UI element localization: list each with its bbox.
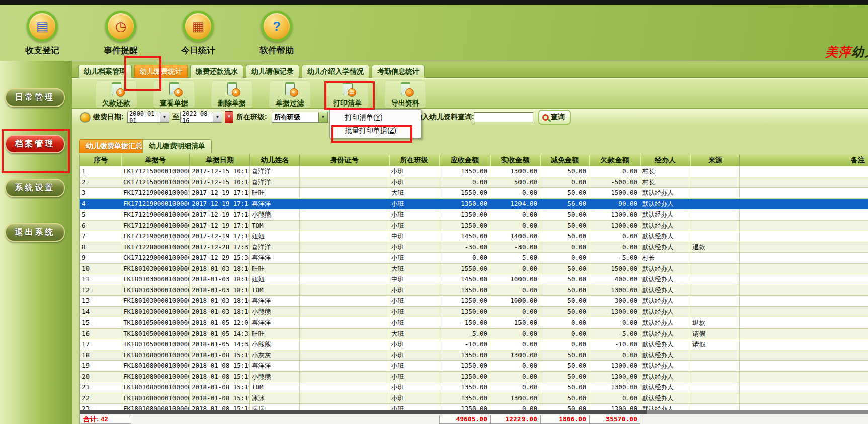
- date-from-dropdown-icon[interactable]: ▼: [160, 112, 169, 122]
- search-button[interactable]: 查询: [538, 110, 571, 125]
- receipt-export-icon: →: [401, 82, 410, 95]
- column-header-11[interactable]: 经办人: [640, 154, 690, 166]
- cell-欠款金额: 0.00: [589, 231, 640, 242]
- column-header-12[interactable]: 来源: [690, 154, 740, 166]
- cell-欠款金额: 1500.00: [589, 264, 640, 275]
- class-combo[interactable]: 所有班级▼: [272, 109, 328, 126]
- class-dropdown-icon[interactable]: ▼: [318, 112, 327, 122]
- table-row[interactable]: 18FK180108000010000092018-01-08 15:19:59…: [80, 350, 868, 361]
- cell-备注: [740, 317, 868, 329]
- cell-单据日期: 2018-01-08 15:19:59: [190, 393, 250, 404]
- cell-经办人: 默认经办人: [640, 285, 690, 296]
- top-toolbar-button-4[interactable]: ?软件帮助: [248, 11, 305, 56]
- table-row[interactable]: 19FK180108000010000012018-01-08 15:19:59…: [80, 361, 868, 372]
- table-row[interactable]: 11FK180103000010000052018-01-03 18:10:41…: [80, 274, 868, 285]
- receipt-print-icon-badge: ▤: [348, 88, 356, 97]
- cell-幼儿姓名: TOM: [250, 285, 300, 296]
- cell-减免金额: 50.00: [540, 404, 589, 410]
- tab-3[interactable]: 缴费还款流水: [190, 65, 243, 78]
- column-header-3[interactable]: 单据日期: [190, 154, 250, 166]
- cell-来源: [690, 350, 740, 361]
- sidebar-item-3[interactable]: 系统设置: [5, 179, 65, 197]
- date-from-combo[interactable]: 2000-01-01▼: [127, 109, 169, 126]
- cell-幼儿姓名: TOM: [250, 382, 300, 393]
- subtab-2[interactable]: 幼儿缴费明细清单: [142, 139, 212, 153]
- column-header-10[interactable]: 欠款金额: [589, 154, 640, 166]
- table-row[interactable]: 2CK171215000010000012017-12-15 10:14:43喜…: [80, 177, 868, 188]
- cell-单据日期: 2018-01-05 14:33:19: [190, 329, 250, 340]
- print-list-button[interactable]: ▤打印清单: [327, 80, 368, 108]
- table-row[interactable]: 22FK180108000010000042018-01-08 15:19:59…: [80, 393, 868, 404]
- sidebar-item-2[interactable]: 档案管理: [5, 135, 65, 153]
- delete-receipt-button[interactable]: ×删除单据: [211, 80, 252, 108]
- table-row[interactable]: 7FK171219000010000092017-12-19 17:18:22妞…: [80, 231, 868, 242]
- table-row[interactable]: 13FK180103000010000012018-01-03 18:10:41…: [80, 296, 868, 307]
- cell-序号: 20: [80, 372, 121, 383]
- filter-radio[interactable]: [80, 109, 91, 126]
- cell-应收金额: 0.00: [439, 253, 490, 264]
- menu-item-2[interactable]: 批量打印单据(Z): [330, 124, 421, 137]
- cell-减免金额: 0.00: [540, 253, 589, 264]
- cell-欠款金额: 1300.00: [589, 209, 640, 221]
- table-row[interactable]: 23FK180108000010000052018-01-08 15:19:59…: [80, 404, 868, 410]
- cell-序号: 19: [80, 361, 121, 372]
- table-row[interactable]: 16TK180105000010000052018-01-05 14:33:19…: [80, 329, 868, 340]
- column-header-1[interactable]: 序号: [80, 154, 121, 166]
- table-row[interactable]: 3FK171219000010000102017-12-19 17:18:22旺…: [80, 188, 868, 199]
- view-receipt-button[interactable]: ¢查看单据: [153, 80, 195, 108]
- cell-身份证号: [300, 188, 389, 199]
- cell-欠款金额: 1300.00: [589, 285, 640, 296]
- date-quick-button[interactable]: ▼: [225, 109, 233, 126]
- totals-label: 合计: 42: [81, 415, 131, 424]
- menu-item-1[interactable]: 打印清单(Y): [330, 111, 421, 124]
- column-header-6[interactable]: 所在班级: [389, 154, 439, 166]
- top-toolbar-button-1[interactable]: ▤收支登记: [14, 11, 70, 56]
- cell-身份证号: [300, 350, 389, 361]
- cell-实收金额: 0.00: [490, 307, 540, 318]
- column-header-5[interactable]: 身份证号: [300, 154, 389, 166]
- column-header-9[interactable]: 减免金额: [540, 154, 589, 166]
- receipt-dollar-icon-badge: $: [116, 88, 125, 97]
- table-row[interactable]: 14FK180103000010000022018-01-03 18:10:41…: [80, 307, 868, 318]
- table-row[interactable]: 5FK171219000010000072017-12-19 17:18:22小…: [80, 209, 868, 221]
- table-row[interactable]: 15TK180105000010000032018-01-05 12:01:36…: [80, 317, 868, 329]
- search-field-wrap: [474, 109, 533, 126]
- table-row[interactable]: 21FK180108000010000032018-01-08 15:19:59…: [80, 382, 868, 393]
- column-header-4[interactable]: 幼儿姓名: [250, 154, 300, 166]
- tab-6[interactable]: 考勤信息统计: [372, 65, 425, 78]
- date-to-dropdown-icon[interactable]: ▼: [213, 112, 222, 122]
- sidebar-item-1[interactable]: 日常管理: [5, 88, 65, 107]
- column-header-13[interactable]: 备注: [740, 154, 868, 166]
- column-header-8[interactable]: 实收金额: [490, 154, 540, 166]
- export-data-button[interactable]: →导出资料: [385, 80, 426, 108]
- table-row[interactable]: 12FK180103000010000032018-01-03 18:10:41…: [80, 285, 868, 296]
- cell-欠款金额: 0.00: [589, 166, 640, 177]
- table-row[interactable]: 1FK171215000010000012017-12-15 10:13:24喜…: [80, 166, 868, 177]
- table-row[interactable]: 9CK171229000010000012017-12-29 15:36:02喜…: [80, 253, 868, 264]
- date-to-combo[interactable]: 2022-08-16▼: [180, 109, 222, 126]
- top-toolbar-button-3[interactable]: ▦今日统计: [170, 11, 226, 56]
- tab-1[interactable]: 幼儿档案管理: [78, 65, 132, 78]
- subtab-1[interactable]: 幼儿缴费单据汇总: [79, 139, 149, 153]
- table-row[interactable]: 6FK171219000010000082017-12-19 17:18:22T…: [80, 221, 868, 232]
- table-row[interactable]: 17TK180105000010000062018-01-05 14:33:19…: [80, 339, 868, 350]
- sidebar-item-4[interactable]: 退出系统: [5, 223, 65, 242]
- table-row[interactable]: 4FK171219000010000062017-12-19 17:18:22喜…: [80, 199, 868, 210]
- tab-5[interactable]: 幼儿介绍入学情况: [302, 65, 369, 78]
- column-header-2[interactable]: 单据号: [121, 154, 190, 166]
- horizontal-scrollbar[interactable]: [80, 410, 868, 414]
- column-header-7[interactable]: 应收金额: [439, 154, 490, 166]
- filter-receipt-button[interactable]: ≈单据过滤: [269, 80, 310, 108]
- repay-arrears-button[interactable]: $欠款还款: [96, 80, 137, 108]
- tab-4[interactable]: 幼儿请假记录: [246, 65, 299, 78]
- table-row[interactable]: 8TK171228000010000012017-12-28 17:32:21喜…: [80, 242, 868, 253]
- table-row[interactable]: 10FK180103000010000062018-01-03 18:10:41…: [80, 264, 868, 275]
- cell-实收金额: 0.00: [490, 264, 540, 275]
- top-toolbar-button-2[interactable]: ◷事件提醒: [93, 11, 149, 56]
- toolbar-button-label: 导出资料: [385, 99, 425, 108]
- search-input[interactable]: [474, 112, 533, 122]
- scrollbar-thumb[interactable]: [80, 410, 647, 414]
- cell-幼儿姓名: 小熊熊: [250, 372, 300, 383]
- tab-2[interactable]: 幼儿缴费统计: [134, 65, 188, 78]
- table-row[interactable]: 20FK180108000010000022018-01-08 15:19:59…: [80, 372, 868, 383]
